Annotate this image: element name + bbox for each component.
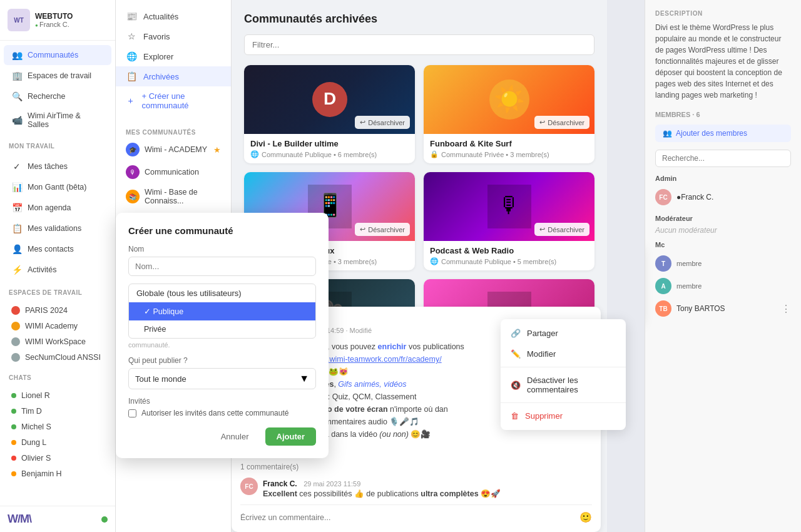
online-dot (11, 424, 16, 429)
espace-academy[interactable]: WIMI Academy (4, 319, 111, 334)
dropdown-divider (501, 367, 626, 367)
emoji-icon[interactable]: 🙂 (579, 511, 592, 523)
espace-paris-icon (11, 306, 20, 315)
unarchive-funboard-button[interactable]: ↩ Désarchiver (534, 116, 589, 129)
unarchive-icon: ↩ (539, 225, 545, 233)
desactiver-icon: 🔇 (511, 381, 521, 390)
sidebar-item-agenda[interactable]: 📅 Mon agenda (4, 198, 111, 218)
admin-role-label: Admin (655, 175, 791, 182)
espace-paris[interactable]: PARIS 2024 (4, 303, 111, 318)
sidebar-item-airtime[interactable]: 📹 Wimi AirTime & Salles (4, 107, 111, 133)
unarchive-influenceurs-button[interactable]: ↩ Désarchiver (355, 223, 410, 236)
qui-publier-select[interactable]: Tout le monde ▼ (128, 368, 316, 389)
sidebar-item-gantt[interactable]: 📊 Mon Gantt (bêta) (4, 177, 111, 197)
espace-academy-icon (11, 322, 20, 330)
chat-tim[interactable]: Tim D (4, 404, 111, 419)
search-members-input[interactable] (655, 150, 791, 167)
divi-card-meta: 🌐 Communauté Publique • 6 membre(s) (250, 150, 409, 158)
submenu-archivees[interactable]: 📋 Archivées (116, 66, 231, 86)
online-dot (11, 393, 16, 398)
chat-benjamin[interactable]: Benjamin H (4, 466, 111, 481)
sidebar-item-recherche[interactable]: 🔍 Recherche (4, 86, 111, 106)
tony-avatar: TB (655, 300, 671, 317)
create-community-button[interactable]: + + Créer une communauté (116, 86, 231, 115)
add-members-button[interactable]: 👥 Ajouter des membres (655, 125, 791, 142)
comment-input[interactable] (240, 513, 574, 522)
sidebar-item-taches[interactable]: ✓ Mes tâches (4, 156, 111, 176)
chevron-down-icon: ▼ (299, 373, 309, 384)
funboard-card-meta: 🔒 Communauté Privée • 3 membre(s) (430, 150, 588, 158)
busy-dot (11, 456, 16, 461)
submenu-actualites[interactable]: 📰 Actualités (116, 6, 231, 26)
dropdown-modifier[interactable]: ✏️ Modifier (501, 344, 626, 364)
invites-checkbox[interactable] (128, 409, 136, 417)
agenda-icon: 📅 (11, 202, 23, 213)
validations-icon: 📋 (11, 223, 23, 234)
community-communication[interactable]: 🎙 Communication (116, 161, 231, 183)
explorer-icon: 🌐 (126, 51, 137, 61)
qui-publier-label: Qui peut publier ? (128, 356, 316, 365)
sidebar-item-communautes[interactable]: 👥 Communautés (4, 45, 111, 65)
dropdown-supprimer[interactable]: 🗑 Supprimer (501, 406, 626, 426)
partager-icon: 🔗 (511, 329, 521, 338)
espace-secnum[interactable]: SecNumCloud ANSSI (4, 350, 111, 365)
member-more-button[interactable]: ⋮ (781, 303, 791, 315)
type-select-box: Globale (tous les utilisateurs) ✓ Publiq… (128, 284, 316, 339)
moderateur-role-label: Modérateur (655, 215, 791, 222)
company-name: WEBTUTO (35, 12, 73, 21)
unarchive-divi-button[interactable]: ↩ Désarchiver (355, 116, 410, 129)
comment-text: Excellent ces possibilités 👍 de publicat… (263, 489, 501, 498)
archivees-icon: 📋 (126, 71, 137, 81)
user-name: Franck C. (35, 21, 73, 28)
community-academy[interactable]: 🎓 Wimi - ACADEMY ★ (116, 138, 231, 161)
chat-michel[interactable]: Michel S (4, 419, 111, 434)
dropdown-desactiver[interactable]: 🔇 Désactiver les commentaires (501, 370, 626, 400)
sidebar-item-contacts[interactable]: 👤 Mes contacts (4, 239, 111, 259)
espace-secnum-icon (11, 353, 20, 362)
unarchive-icon: ↩ (539, 118, 545, 126)
divi-card-name: Divi - Le Builder ultime (250, 139, 409, 148)
create-community-modal: Créer une communauté Nom Globale (tous l… (116, 213, 329, 458)
unarchive-podcast-button[interactable]: ↩ Désarchiver (534, 223, 589, 236)
cancel-button[interactable]: Annuler (211, 427, 259, 446)
podcast-card-meta: 🌐 Communauté Publique • 5 membre(s) (430, 257, 588, 265)
wimi-logo: W/M\ (8, 513, 31, 526)
option-publique[interactable]: ✓ Publique (129, 302, 315, 320)
dropdown-partager[interactable]: 🔗 Partager (501, 323, 626, 344)
invites-checkbox-label: Autoriser les invités dans cette communa… (141, 409, 288, 417)
away-dot (11, 440, 16, 445)
option-globale[interactable]: Globale (tous les utilisateurs) (129, 284, 315, 302)
submenu-favoris[interactable]: ☆ Favoris (116, 26, 231, 46)
option-privee[interactable]: Privée (129, 320, 315, 338)
member-tony: TB Tony BARTOS ⋮ (655, 297, 791, 320)
dropdown-divider-2 (501, 402, 626, 403)
filter-input[interactable] (244, 34, 594, 55)
chat-lionel[interactable]: Lionel R (4, 388, 111, 403)
sidebar-item-activites[interactable]: ⚡ Activités (4, 260, 111, 280)
community-icon: 📚 (126, 190, 140, 203)
member-item-1: T membre (655, 252, 791, 275)
sidebar: WT WEBTUTO Franck C. 👥 Communautés 🏢 Esp… (0, 0, 116, 532)
community-base[interactable]: 📚 Wimi - Base de Connaiss... (116, 183, 231, 210)
chats-label: CHATS (0, 369, 115, 384)
community-card-podcast[interactable]: 🎙 ↩ Désarchiver Podcast & Web Radio 🌐 Co… (424, 172, 594, 270)
communautes-icon: 👥 (11, 49, 23, 61)
mon-travail-label: MON TRAVAIL (0, 138, 115, 152)
chat-dung[interactable]: Dung L (4, 435, 111, 450)
community-name-input[interactable] (128, 257, 316, 276)
community-icon: 🎙 (126, 165, 140, 179)
add-button[interactable]: Ajouter (265, 427, 317, 446)
activites-icon: ⚡ (11, 264, 23, 275)
sidebar-item-espaces[interactable]: 🏢 Espaces de travail (4, 66, 111, 86)
espace-workspace[interactable]: WIMI WorkSpace (4, 334, 111, 349)
comment-count: 1 commentaire(s) (240, 463, 592, 471)
sidebar-item-validations[interactable]: 📋 Mes validations (4, 218, 111, 238)
chat-olivier[interactable]: Olivier S (4, 451, 111, 466)
community-card-divi[interactable]: D ↩ Désarchiver Divi - Le Builder ultime… (244, 65, 415, 163)
svg-text:☀️: ☀️ (494, 84, 525, 114)
espaces-travail-label: ESPACES DE TRAVAIL (0, 284, 115, 299)
modifier-icon: ✏️ (511, 349, 521, 359)
create-icon: + (126, 96, 135, 106)
community-card-funboard[interactable]: ☀️ ↩ Désarchiver Funboard & Kite Surf 🔒 … (424, 65, 594, 163)
submenu-explorer[interactable]: 🌐 Explorer (116, 46, 231, 66)
